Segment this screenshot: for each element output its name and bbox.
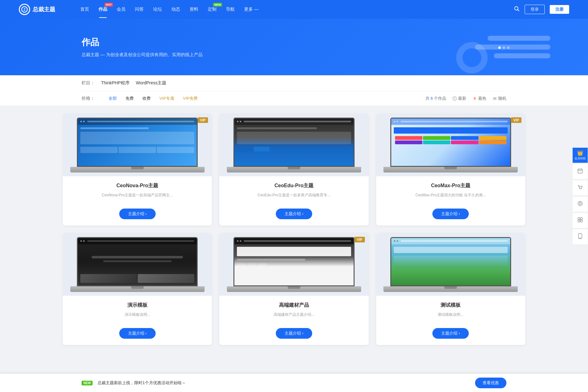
- card-title-5: 高端建材产品: [226, 302, 362, 309]
- svg-rect-14: [580, 218, 582, 220]
- crown-icon: 👑: [577, 150, 583, 156]
- card-btn-3[interactable]: 主题介绍 ›: [432, 209, 469, 219]
- laptop-base-1: [70, 167, 205, 172]
- svg-text:Z: Z: [24, 8, 26, 11]
- hero-bar-2: [475, 45, 550, 50]
- card-title-6: 测试模板: [382, 302, 519, 309]
- hero-bar-3: [494, 53, 550, 58]
- screen-content-1: [78, 119, 197, 166]
- price-vip-exclusive[interactable]: VIP专属: [158, 95, 175, 102]
- chat-icon: [577, 201, 583, 208]
- logo-icon: Z: [19, 4, 30, 15]
- product-count: 共 6 个作品: [425, 96, 446, 101]
- card-desc-3: CeoMax-Pro主题强大的功能 在不久的将...: [382, 192, 519, 204]
- laptop-screen-1: [77, 118, 198, 167]
- nav-home[interactable]: 首页: [80, 7, 89, 12]
- hero-bar-1: [488, 36, 550, 41]
- svg-rect-15: [578, 220, 580, 222]
- laptop-mockup-1: [70, 118, 205, 172]
- card-image-jianzhu: VIP: [219, 233, 368, 296]
- nav-member[interactable]: 会员: [117, 7, 126, 12]
- card-btn-2[interactable]: 主题介绍 ›: [276, 209, 312, 219]
- sidebar-member-privilege[interactable]: 👑 会员特权: [572, 147, 588, 163]
- nav-works[interactable]: 作品 HOT: [99, 7, 107, 12]
- logo[interactable]: Z 总裁主题: [19, 4, 55, 15]
- calendar-icon: [577, 168, 583, 175]
- header-actions: 登录 注册: [514, 5, 569, 14]
- sidebar-support[interactable]: [572, 196, 588, 212]
- laptop-screen-3: [390, 118, 511, 167]
- card-title-4: 演示模板: [69, 302, 206, 309]
- hot-badge: HOT: [104, 3, 113, 7]
- card-btn-6[interactable]: 主题介绍 ›: [432, 328, 469, 339]
- card-image-ceomax: VIP: [376, 114, 525, 176]
- price-tags-left: 价格： 全部 免费 收费 VIP专属 VIP免费: [82, 95, 199, 102]
- nav-qa[interactable]: 问答: [135, 7, 144, 12]
- screen-content-3: [391, 119, 510, 166]
- svg-point-12: [579, 203, 581, 204]
- screen-content-5: [234, 238, 353, 285]
- nav-forum[interactable]: 论坛: [153, 7, 162, 12]
- nav-dynamic[interactable]: 动态: [171, 7, 180, 12]
- sort-controls: 共 6 个作品 最新 最热 随机: [425, 96, 506, 101]
- price-all[interactable]: 全部: [107, 95, 118, 102]
- screen-content-2: [234, 119, 353, 166]
- card-title-3: CeoMax-Pro主题: [382, 183, 519, 189]
- sort-hot[interactable]: 最热: [473, 96, 486, 101]
- sidebar-item-label-0: 会员特权: [575, 156, 586, 161]
- price-label: 价格：: [82, 96, 95, 101]
- search-icon[interactable]: [514, 6, 520, 13]
- category-wordpress[interactable]: WordPress主题: [136, 80, 166, 87]
- card-btn-5[interactable]: 主题介绍 ›: [276, 328, 312, 339]
- nav-custom[interactable]: 定制 NEW: [208, 7, 216, 12]
- card-info-2: CeoEdu-Pro主题 CeoEdu-Pro主题是一款多商户高端教育专... …: [219, 176, 368, 225]
- hero-circle-decor: [456, 42, 488, 73]
- sidebar-calendar[interactable]: [572, 164, 588, 179]
- category-thinkphp[interactable]: ThinkPHP程序: [101, 80, 130, 87]
- sort-random[interactable]: 随机: [493, 96, 506, 101]
- card-info-3: CeoMax-Pro主题 CeoMax-Pro主题强大的功能 在不久的将... …: [376, 176, 525, 225]
- sidebar-apps[interactable]: [572, 213, 588, 228]
- nav-resource[interactable]: 资料: [190, 7, 198, 12]
- sort-latest[interactable]: 最新: [452, 96, 466, 101]
- price-free[interactable]: 免费: [124, 95, 135, 102]
- new-badge: NEW: [213, 3, 222, 7]
- price-paid[interactable]: 收费: [141, 95, 152, 102]
- laptop-screen-2: [233, 118, 354, 167]
- laptop-base-6: [383, 286, 518, 292]
- login-button[interactable]: 登录: [525, 5, 545, 14]
- laptop-screen-6: [390, 237, 511, 286]
- main-nav: 首页 作品 HOT 会员 问答 论坛 动态 资料 定制 NEW 导航 更多 —: [80, 7, 514, 12]
- laptop-mockup-3: [383, 118, 518, 172]
- sidebar-mobile[interactable]: [572, 229, 588, 245]
- card-desc-4: 演示模板说明...: [69, 312, 206, 323]
- card-title-2: CeoEdu-Pro主题: [226, 183, 362, 189]
- hero-dot-indicators: [498, 46, 510, 49]
- price-vip-free[interactable]: VIP免费: [182, 95, 199, 102]
- sidebar-cart[interactable]: [572, 180, 588, 196]
- hero-content: 作品 总裁主题 — 为创业者及创业公司提供有用的、实用的线上产品: [82, 36, 203, 58]
- product-card-3: VIP: [376, 114, 525, 225]
- nav-more[interactable]: 更多 —: [244, 7, 259, 12]
- mobile-icon: [578, 233, 582, 240]
- card-desc-5: 高端建材产品主题介绍...: [226, 312, 362, 323]
- vip-badge: VIP: [198, 117, 208, 123]
- card-info-5: 高端建材产品 高端建材产品主题介绍... 主题介绍 ›: [219, 296, 368, 345]
- card-image-ceonova: VIP: [63, 114, 212, 176]
- hero-banner: 作品 总裁主题 — 为创业者及创业公司提供有用的、实用的线上产品: [0, 19, 588, 75]
- svg-rect-16: [580, 220, 582, 222]
- card-btn-4[interactable]: 主题介绍 ›: [119, 328, 156, 339]
- laptop-base-2: [227, 167, 361, 172]
- register-button[interactable]: 注册: [550, 5, 569, 14]
- laptop-base-3: [383, 167, 518, 172]
- hero-decoration: [475, 36, 550, 58]
- card-desc-1: CeoNova-Pro主题是一款高端产品官网主...: [69, 192, 206, 204]
- nav-guide[interactable]: 导航: [226, 7, 235, 12]
- screen-content-4: [78, 238, 197, 285]
- card-info-1: CeoNova-Pro主题 CeoNova-Pro主题是一款高端产品官网主...…: [63, 176, 212, 225]
- card-btn-1[interactable]: 主题介绍 ›: [119, 209, 156, 219]
- card-desc-2: CeoEdu-Pro主题是一款多商户高端教育专...: [226, 192, 362, 204]
- card-info-4: 演示模板 演示模板说明... 主题介绍 ›: [63, 296, 212, 345]
- logo-text: 总裁主题: [33, 6, 55, 13]
- product-card-4: 演示模板 演示模板说明... 主题介绍 ›: [63, 233, 212, 345]
